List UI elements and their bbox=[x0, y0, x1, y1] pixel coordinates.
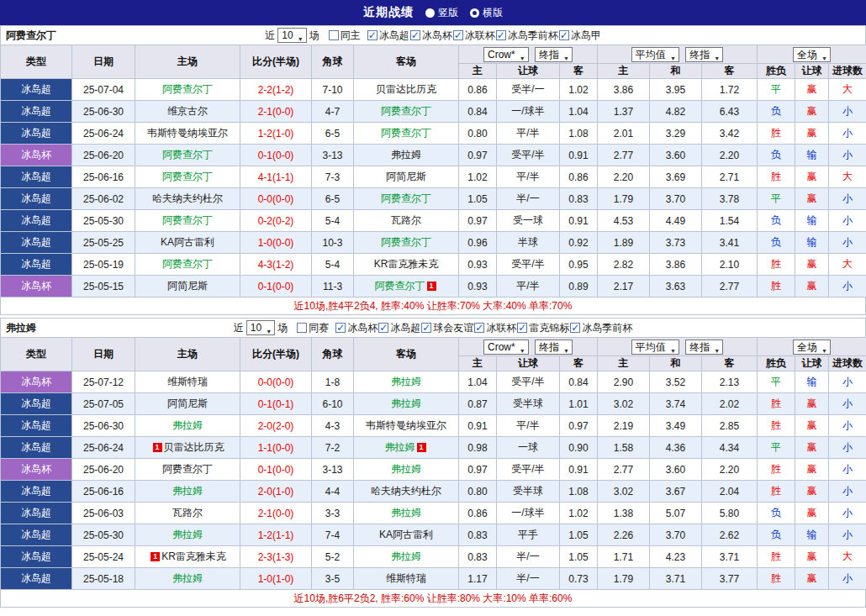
euro-source-select[interactable]: 平均值 bbox=[631, 47, 679, 62]
team-name[interactable]: 阿费查尔丁 bbox=[375, 280, 425, 292]
match-score[interactable]: 1-0(1-0) bbox=[240, 568, 312, 590]
league-badge[interactable]: 冰岛杯 bbox=[1, 145, 72, 166]
team-name[interactable]: 阿费查尔丁 bbox=[381, 127, 431, 139]
radio-vertical[interactable]: 竖版 bbox=[425, 6, 458, 20]
league-badge[interactable]: 冰岛超 bbox=[1, 232, 72, 254]
team-name[interactable]: 贝雷达比历克 bbox=[376, 83, 436, 95]
team-name[interactable]: 阿费查尔丁 bbox=[162, 171, 213, 182]
league-badge[interactable]: 冰岛超 bbox=[1, 546, 72, 568]
team-name[interactable]: 弗拉姆 bbox=[172, 485, 203, 497]
league-badge[interactable]: 冰岛超 bbox=[1, 188, 72, 210]
league-badge[interactable]: 冰岛超 bbox=[1, 123, 72, 145]
league-badge[interactable]: 冰岛超 bbox=[1, 524, 72, 546]
league-filter-checkbox[interactable]: 冰联杯 bbox=[453, 29, 495, 43]
match-score[interactable]: 1-2(1-0) bbox=[240, 123, 312, 145]
match-score[interactable]: 4-1(1-1) bbox=[240, 166, 312, 188]
team-name[interactable]: KA阿古雷利 bbox=[161, 236, 214, 248]
scope-select[interactable]: 全场 bbox=[793, 47, 831, 62]
league-badge[interactable]: 冰岛杯 bbox=[1, 459, 72, 481]
match-score[interactable]: 0-1(0-0) bbox=[240, 276, 312, 297]
league-filter-checkbox[interactable]: 冰岛杯 bbox=[335, 321, 378, 335]
team-name[interactable]: 弗拉姆 bbox=[391, 149, 421, 161]
league-badge[interactable]: 冰岛超 bbox=[1, 210, 72, 232]
league-filter-checkbox[interactable]: 冰岛甲 bbox=[559, 29, 601, 43]
match-score[interactable]: 0-1(0-1) bbox=[240, 393, 312, 415]
match-score[interactable]: 2-1(0-0) bbox=[240, 503, 312, 524]
match-score[interactable]: 2-0(2-0) bbox=[240, 415, 312, 437]
league-badge[interactable]: 冰岛超 bbox=[1, 79, 72, 101]
league-filter-checkbox[interactable]: 冰岛季前杯 bbox=[496, 29, 558, 43]
team-name[interactable]: KR雷克雅未克 bbox=[161, 550, 226, 562]
team-name[interactable]: 弗拉姆 bbox=[391, 507, 421, 519]
team-name[interactable]: 韦斯特曼纳埃亚尔 bbox=[147, 127, 228, 139]
team-name[interactable]: 阿简尼斯 bbox=[167, 280, 208, 292]
asian-source-select[interactable]: Crow* bbox=[483, 47, 529, 62]
team-name[interactable]: 弗拉姆 bbox=[172, 419, 203, 431]
asian-source-select[interactable]: Crow* bbox=[483, 340, 529, 355]
team-name[interactable]: KA阿古雷利 bbox=[379, 529, 433, 540]
match-score[interactable]: 1-1(0-0) bbox=[240, 437, 312, 459]
league-badge[interactable]: 冰岛超 bbox=[1, 415, 72, 437]
team-name[interactable]: 维京古尔 bbox=[167, 105, 208, 117]
team-name[interactable]: 贝雷达比历克 bbox=[164, 441, 224, 453]
team-name[interactable]: 阿简尼斯 bbox=[167, 398, 208, 409]
match-score[interactable]: 1-2(1-1) bbox=[240, 524, 312, 546]
team-name[interactable]: 阿费查尔丁 bbox=[162, 214, 213, 226]
team-name[interactable]: 哈夫纳夫约杜尔 bbox=[371, 485, 441, 497]
league-filter-checkbox[interactable]: 雷克锦标 bbox=[517, 321, 569, 335]
match-score[interactable]: 2-0(1-0) bbox=[240, 481, 312, 503]
league-badge[interactable]: 冰岛超 bbox=[1, 166, 72, 188]
league-filter-checkbox[interactable]: 冰岛季前杯 bbox=[570, 321, 632, 335]
same-venue-checkbox[interactable]: 同主 bbox=[329, 29, 361, 43]
same-venue-checkbox[interactable]: 同赛 bbox=[297, 321, 329, 335]
near-count-select[interactable]: 10 bbox=[246, 320, 275, 335]
league-badge[interactable]: 冰岛杯 bbox=[1, 276, 72, 297]
match-score[interactable]: 2-1(0-0) bbox=[240, 101, 312, 123]
league-badge[interactable]: 冰岛超 bbox=[1, 568, 72, 590]
asian-final-select[interactable]: 终指 bbox=[535, 340, 573, 355]
team-name[interactable]: 弗拉姆 bbox=[391, 550, 421, 562]
team-name[interactable]: 阿费查尔丁 bbox=[162, 83, 213, 95]
match-score[interactable]: 2-3(1-3) bbox=[240, 546, 312, 568]
team-name[interactable]: 弗拉姆 bbox=[391, 376, 421, 387]
league-filter-checkbox[interactable]: 冰岛杯 bbox=[410, 29, 452, 43]
team-name[interactable]: 弗拉姆 bbox=[391, 398, 421, 409]
league-filter-checkbox[interactable]: 冰岛超 bbox=[378, 321, 420, 335]
radio-horizontal[interactable]: 横版 bbox=[470, 6, 503, 20]
near-count-select[interactable]: 10 bbox=[277, 28, 306, 43]
match-score[interactable]: 0-0(0-0) bbox=[240, 188, 312, 210]
league-filter-checkbox[interactable]: 冰岛超 bbox=[367, 29, 409, 43]
league-badge[interactable]: 冰岛超 bbox=[1, 437, 72, 459]
team-name[interactable]: 维斯特瑞 bbox=[167, 376, 208, 387]
team-name[interactable]: 维斯特瑞 bbox=[386, 572, 426, 584]
match-score[interactable]: 4-3(1-2) bbox=[240, 254, 312, 276]
team-name[interactable]: 哈夫纳夫约杜尔 bbox=[152, 192, 223, 204]
team-name[interactable]: 弗拉姆 bbox=[172, 572, 203, 584]
match-score[interactable]: 2-2(1-2) bbox=[240, 79, 312, 101]
team-name[interactable]: 阿费查尔丁 bbox=[381, 236, 431, 248]
team-name[interactable]: 阿费查尔丁 bbox=[162, 149, 213, 161]
team-name[interactable]: 韦斯特曼纳埃亚尔 bbox=[366, 419, 446, 431]
team-name[interactable]: 阿费查尔丁 bbox=[162, 258, 213, 270]
team-name[interactable]: 阿简尼斯 bbox=[386, 171, 426, 182]
team-name[interactable]: 瓦路尔 bbox=[172, 507, 203, 519]
league-badge[interactable]: 冰岛超 bbox=[1, 254, 72, 276]
team-name[interactable]: 弗拉姆 bbox=[172, 529, 203, 540]
team-name[interactable]: 阿费查尔丁 bbox=[381, 192, 431, 204]
league-badge[interactable]: 冰岛超 bbox=[1, 503, 72, 524]
team-name[interactable]: KR雷克雅未克 bbox=[374, 258, 439, 270]
league-filter-checkbox[interactable]: 冰联杯 bbox=[474, 321, 516, 335]
team-name[interactable]: 瓦路尔 bbox=[391, 214, 421, 226]
league-filter-checkbox[interactable]: 球会友谊 bbox=[421, 321, 473, 335]
match-score[interactable]: 0-1(0-0) bbox=[240, 459, 312, 481]
asian-final-select[interactable]: 终指 bbox=[535, 47, 573, 62]
team-name[interactable]: 弗拉姆 bbox=[385, 441, 415, 453]
league-badge[interactable]: 冰岛超 bbox=[1, 481, 72, 503]
team-name[interactable]: 弗拉姆 bbox=[391, 463, 421, 475]
league-badge[interactable]: 冰岛超 bbox=[1, 101, 72, 123]
league-badge[interactable]: 冰岛杯 bbox=[1, 371, 72, 393]
euro-source-select[interactable]: 平均值 bbox=[631, 340, 679, 355]
match-score[interactable]: 0-0(0-0) bbox=[240, 371, 312, 393]
scope-select[interactable]: 全场 bbox=[793, 340, 831, 355]
euro-final-select[interactable]: 终指 bbox=[685, 340, 723, 355]
